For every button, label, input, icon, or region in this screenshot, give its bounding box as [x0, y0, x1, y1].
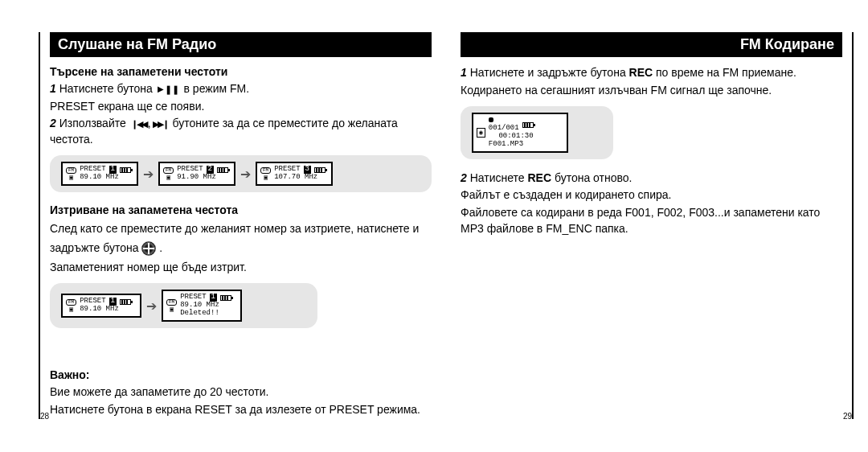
section-delete-title: Изтриване на запаметена честота [50, 203, 432, 216]
text: бутона отново. [551, 171, 632, 184]
enc-line5: Файловете са кодирани в реда F001, F002,… [461, 205, 842, 236]
step-number: 2 [461, 171, 467, 184]
gear-icon [141, 241, 156, 256]
rec-label: REC [629, 66, 653, 79]
text: по време на FM приемане. [653, 66, 796, 79]
play-pause-icon: ▶❚❚ [156, 84, 181, 96]
lcd-preset-3: FM▣ PRESET 3 107.70 MHz [256, 162, 333, 186]
arrow-icon: ➔ [143, 166, 154, 182]
rec-file-icon: ◉ [477, 128, 485, 138]
prev-track-icon: ❙◀◀ [129, 118, 148, 130]
page-number-left: 28 [40, 412, 49, 421]
enc-line4: Файлът е създаден и кодирането спира. [461, 187, 842, 203]
delete-lcd-row: FM▣ PRESET 1 89.10 MHz ➔ FM▣ PRESET 1 89… [50, 283, 317, 328]
important-title: Важно: [50, 368, 432, 381]
lcd-freq: 89.10 MHz [80, 174, 131, 182]
header-right: FM Кодиране [461, 32, 842, 57]
step-number: 1 [461, 66, 467, 79]
preset-lcd-row: FM▣ PRESET 1 89.10 MHz ➔ FM▣ PRESET 2 91… [50, 155, 432, 192]
arrow-icon: ➔ [240, 166, 251, 182]
fm-icon: FM▣ [260, 167, 271, 181]
rec-lcd-row: ◉ 001/001 00:01:30 F001.MP3 [461, 106, 613, 159]
fm-icon: FM▣ [66, 167, 76, 181]
enc-step1: 1 Натиснете и задръжте бутона REC по вре… [461, 65, 842, 81]
battery-icon [314, 167, 326, 173]
delete-step2: Запаметеният номер ще бъде изтрит. [50, 260, 432, 276]
lcd-preset-1: FM▣ PRESET 1 89.10 MHz [61, 162, 138, 186]
next-track-icon: ▶▶❙ [151, 118, 170, 130]
rec-label: REC [528, 171, 552, 184]
step-number: 1 [50, 82, 56, 95]
lcd-rec: ◉ 001/001 00:01:30 F001.MP3 [472, 113, 568, 153]
arrow-icon: ➔ [146, 298, 157, 314]
fm-icon: FM▣ [166, 299, 177, 313]
battery-icon [120, 299, 131, 305]
text: Използвайте [56, 117, 129, 129]
lcd-freq: 91.90 MHz [177, 174, 228, 182]
right-page: FM Кодиране 1 Натиснете и задръжте бутон… [446, 32, 854, 419]
section-search-title: Търсене на запаметени честоти [50, 65, 432, 78]
lcd-freq: 89.10 MHz [80, 306, 131, 314]
page-spread: Слушане на FM Радио Търсене на запаметен… [0, 0, 868, 427]
search-step1b: PRESET екрана ще се появи. [50, 99, 432, 115]
search-step2: 2 Използвайте ❙◀◀,▶▶❙ бутоните за да се … [50, 116, 432, 147]
lcd-freq: 107.70 MHz [274, 174, 326, 182]
fm-icon: FM▣ [66, 299, 76, 313]
page-number-right: 29 [843, 412, 852, 421]
search-step1: 1 Натиснете бутона ▶❚❚ в режим FM. [50, 81, 432, 97]
lcd-deleted: Deleted!! [180, 310, 231, 318]
battery-icon [217, 167, 228, 173]
delete-step: След като се преместите до желаният номе… [50, 220, 432, 258]
battery-icon [220, 295, 231, 301]
lcd-delete-2: FM▣ PRESET 1 89.10 MHz Deleted!! [162, 290, 242, 322]
lcd-delete-1: FM▣ PRESET 1 89.10 MHz [61, 294, 141, 318]
step-number: 2 [50, 117, 56, 129]
header-left: Слушане на FM Радио [50, 32, 432, 57]
text: Натиснете [467, 171, 528, 184]
lcd-file: F001.MP3 [489, 141, 534, 149]
important-line2: Натиснете бутона в екрана RESET за да из… [50, 402, 432, 418]
text: Натиснете бутона [56, 82, 156, 95]
left-page: Слушане на FM Радио Търсене на запаметен… [39, 32, 446, 419]
important-line1: Вие можете да запаметите до 20 честоти. [50, 384, 432, 401]
enc-step2: 2 Натиснете REC бутона отново. [461, 171, 842, 187]
battery-icon [120, 167, 131, 173]
rec-dot-icon [489, 117, 493, 122]
text: Натиснете и задръжте бутона [467, 66, 629, 79]
fm-icon: FM▣ [163, 167, 174, 181]
lcd-preset-2: FM▣ PRESET 2 91.90 MHz [158, 162, 235, 186]
battery-icon [522, 122, 534, 128]
text: в режим FM. [181, 82, 249, 95]
text: След като се преместите до желаният номе… [50, 222, 419, 254]
enc-line2: Кодирането на сегашният излъчван FM сигн… [461, 83, 842, 99]
